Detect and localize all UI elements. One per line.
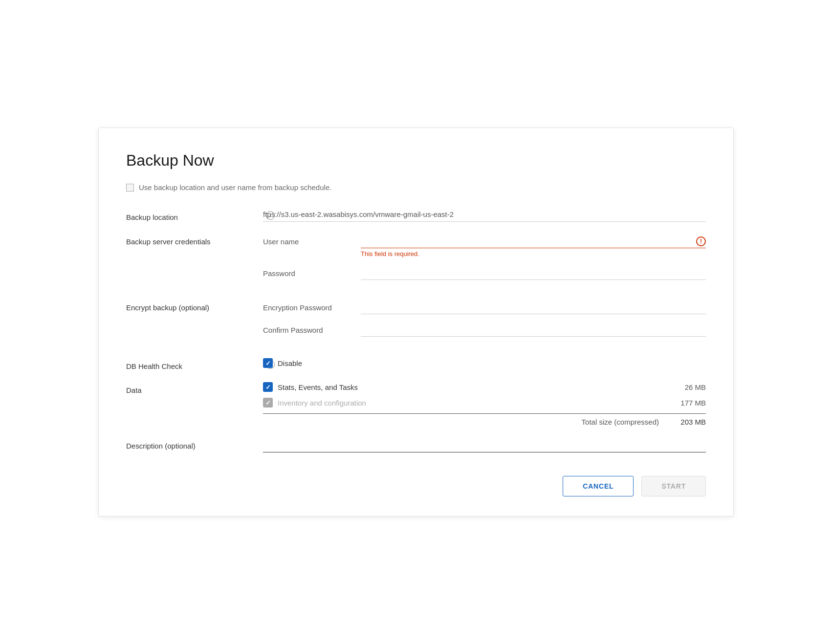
- backup-credentials-row: Backup server credentials User name ! Th…: [126, 234, 706, 288]
- description-row: Description (optional): [126, 438, 706, 452]
- db-health-check-row: DB Health Check i ✓ Disable: [126, 356, 706, 370]
- data-label: Data: [126, 382, 263, 394]
- schedule-checkbox[interactable]: [126, 184, 134, 192]
- password-field-row: Password: [263, 265, 706, 280]
- start-button[interactable]: START: [641, 476, 706, 496]
- backup-now-dialog: Backup Now Use backup location and user …: [98, 128, 734, 516]
- data-inventory-checkmark: ✓: [265, 400, 271, 406]
- username-input-container: !: [361, 234, 706, 248]
- schedule-checkbox-row: Use backup location and user name from b…: [126, 183, 706, 192]
- encryption-password-row: Encryption Password: [263, 300, 706, 314]
- username-error-icon: !: [696, 236, 706, 246]
- encryption-password-label: Encryption Password: [263, 300, 361, 312]
- backup-location-field: [263, 207, 706, 222]
- confirm-password-label: Confirm Password: [263, 322, 361, 334]
- backup-credentials-fields: User name ! This field is required. Pass…: [263, 234, 706, 288]
- total-size-value: 203 MB: [667, 418, 706, 426]
- description-input[interactable]: [263, 438, 706, 452]
- data-item-stats: ✓ Stats, Events, and Tasks 26 MB: [263, 382, 706, 392]
- db-health-check-field: ✓ Disable: [263, 356, 302, 368]
- data-inventory-checkbox: ✓: [263, 398, 273, 408]
- password-input[interactable]: [361, 265, 706, 280]
- button-row: CANCEL START: [126, 476, 706, 496]
- db-health-check-label-group: DB Health Check i: [126, 356, 263, 370]
- confirm-password-input[interactable]: [361, 322, 706, 337]
- data-inventory-size: 177 MB: [667, 399, 706, 407]
- schedule-checkbox-label: Use backup location and user name from b…: [139, 183, 331, 192]
- encryption-password-input[interactable]: [361, 300, 706, 314]
- backup-credentials-label: Backup server credentials: [126, 234, 263, 246]
- db-health-check-checkbox[interactable]: ✓: [263, 358, 273, 368]
- data-stats-checkbox[interactable]: ✓: [263, 382, 273, 392]
- confirm-password-wrapper: [361, 322, 706, 337]
- total-size-section: Total size (compressed) 203 MB: [263, 413, 706, 426]
- backup-location-input[interactable]: [263, 207, 706, 222]
- db-health-check-checkmark: ✓: [265, 360, 271, 366]
- page-title: Backup Now: [126, 151, 706, 170]
- total-size-label: Total size (compressed): [582, 418, 659, 426]
- data-item-inventory: ✓ Inventory and configuration 177 MB: [263, 398, 706, 408]
- password-input-wrapper: [361, 265, 706, 280]
- description-label: Description (optional): [126, 438, 263, 450]
- username-input[interactable]: [361, 234, 706, 248]
- encrypt-backup-row: Encrypt backup (optional) Encryption Pas…: [126, 300, 706, 344]
- data-field-group: ✓ Stats, Events, and Tasks 26 MB ✓ Inven…: [263, 382, 706, 426]
- backup-location-row: Backup location i: [126, 207, 706, 222]
- username-error-message: This field is required.: [361, 250, 706, 258]
- data-inventory-label: Inventory and configuration: [278, 399, 662, 407]
- db-health-check-label: DB Health Check: [126, 358, 263, 370]
- description-field: [263, 438, 706, 452]
- cancel-button[interactable]: CANCEL: [563, 476, 634, 496]
- backup-location-label-group: Backup location i: [126, 207, 263, 221]
- data-row: Data ✓ Stats, Events, and Tasks 26 MB ✓ …: [126, 382, 706, 426]
- username-field-row: User name ! This field is required.: [263, 234, 706, 258]
- encrypt-backup-label: Encrypt backup (optional): [126, 300, 263, 312]
- encrypt-backup-fields: Encryption Password Confirm Password: [263, 300, 706, 344]
- data-stats-size: 26 MB: [667, 383, 706, 391]
- backup-location-label: Backup location: [126, 209, 263, 221]
- encryption-password-wrapper: [361, 300, 706, 314]
- confirm-password-row: Confirm Password: [263, 322, 706, 337]
- data-stats-label: Stats, Events, and Tasks: [278, 383, 662, 391]
- username-label: User name: [263, 234, 361, 246]
- db-health-check-disable-label: Disable: [278, 359, 302, 367]
- data-stats-checkmark: ✓: [265, 384, 271, 390]
- password-label: Password: [263, 265, 361, 278]
- username-input-wrapper: ! This field is required.: [361, 234, 706, 258]
